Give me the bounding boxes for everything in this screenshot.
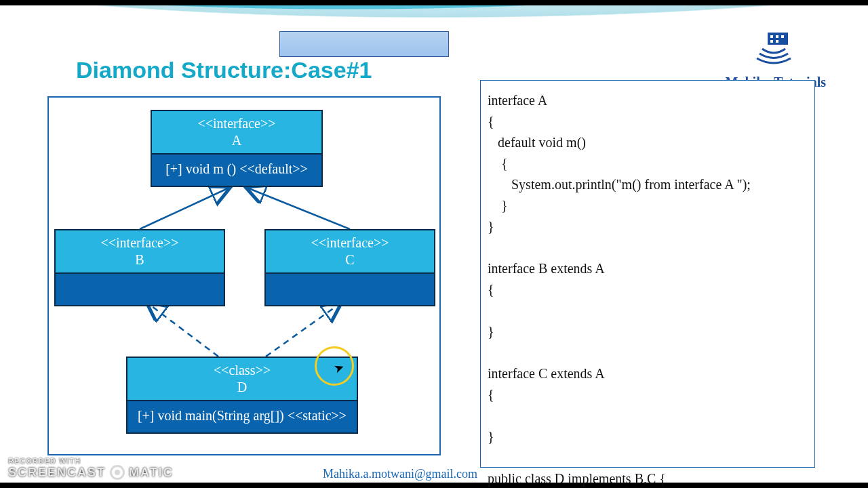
uml-c-member <box>266 274 434 305</box>
uml-c-name: C <box>269 251 431 268</box>
uml-b-member <box>56 274 224 305</box>
footer-email: Mahika.a.motwani@gmail.com <box>323 467 477 481</box>
uml-d-name: D <box>130 379 354 396</box>
uml-b-name: B <box>58 251 221 268</box>
watermark-brand-b: MATIC <box>129 466 174 480</box>
uml-b-stereotype: <<interface>> <box>58 235 221 251</box>
window-top-border <box>0 0 868 5</box>
watermark-dot-icon <box>110 465 125 480</box>
watermark-brand-a: SCREENCAST <box>8 466 106 480</box>
uml-d-member: [+] void main(String arg[]) <<static>> <box>127 401 357 432</box>
uml-box-a: <<interface>> A [+] void m () <<default>… <box>151 110 323 187</box>
page-title: Diamond Structure:Case#1 <box>76 57 372 83</box>
uml-box-c: <<interface>> C <box>264 229 435 306</box>
svg-line-6 <box>140 187 231 229</box>
window-bottom-border <box>0 483 868 488</box>
uml-c-stereotype: <<interface>> <box>269 235 431 251</box>
uml-diagram-panel: <<interface>> A [+] void m () <<default>… <box>47 96 441 455</box>
title-placeholder-box <box>279 31 449 57</box>
code-panel: interface A { default void m() { System.… <box>480 80 815 468</box>
svg-rect-3 <box>781 35 784 38</box>
svg-rect-1 <box>770 35 773 38</box>
uml-a-stereotype: <<interface>> <box>155 115 319 132</box>
recorder-watermark: RECORDED WITH SCREENCAST MATIC <box>8 457 174 480</box>
svg-rect-0 <box>768 33 788 45</box>
brand-logo-icon <box>750 30 797 67</box>
uml-a-member: [+] void m () <<default>> <box>152 155 321 186</box>
svg-rect-4 <box>770 40 773 43</box>
svg-rect-5 <box>776 40 778 43</box>
svg-line-8 <box>146 302 218 357</box>
svg-rect-2 <box>776 35 778 38</box>
watermark-line1: RECORDED WITH <box>8 457 174 465</box>
uml-a-name: A <box>155 132 319 149</box>
svg-line-7 <box>245 187 350 229</box>
uml-box-b: <<interface>> B <box>54 229 225 306</box>
